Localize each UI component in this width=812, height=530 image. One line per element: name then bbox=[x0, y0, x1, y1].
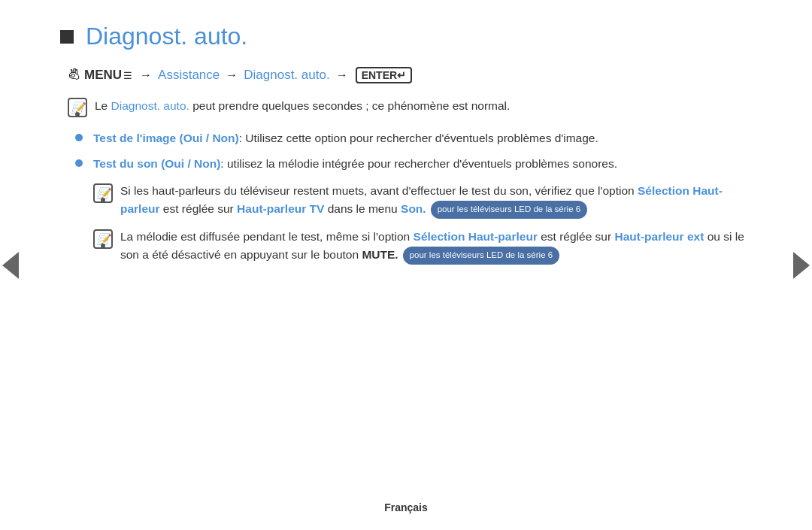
bullet-text-2: Test du son (Oui / Non): utilisez la mél… bbox=[93, 155, 617, 173]
sub-note2-bold3: MUTE. bbox=[362, 248, 398, 261]
arrow2: → bbox=[226, 68, 238, 82]
note1-link: Diagnost. auto. bbox=[111, 99, 189, 112]
bullet-link-2: Test du son (Oui / Non) bbox=[93, 157, 220, 170]
bullet-text-1-rest: : Utilisez cette option pour rechercher … bbox=[239, 132, 598, 144]
sub-note2-icon: 📝 bbox=[93, 229, 113, 249]
bullet-dot-2 bbox=[75, 159, 83, 167]
arrow3: → bbox=[336, 68, 348, 82]
note1-text: Le Diagnost. auto. peut prendre quelques… bbox=[95, 97, 510, 115]
sub-note2-text2: est réglée sur bbox=[538, 230, 615, 243]
arrow1: → bbox=[140, 68, 152, 82]
sub-note2-text: La mélodie est diffusée pendant le test,… bbox=[120, 228, 752, 265]
left-arrow-icon bbox=[2, 252, 19, 279]
sub-note1-text3: dans le menu bbox=[324, 202, 401, 215]
bullet-text-2-rest: : utilisez la mélodie intégrée pour rech… bbox=[220, 157, 617, 170]
sub-note2-badge: pour les téléviseurs LED de la série 6 bbox=[403, 247, 560, 265]
note1-row: 📝 Le Diagnost. auto. peut prendre quelqu… bbox=[68, 97, 752, 117]
menu-label: MENU bbox=[84, 68, 122, 83]
menu-finger-icon: 🖏 bbox=[68, 68, 81, 83]
bullet-link-1: Test de l'image (Oui / Non) bbox=[93, 132, 239, 144]
footer: Français bbox=[0, 501, 812, 513]
note1-icon: 📝 bbox=[68, 98, 87, 117]
note1-text1: Le bbox=[95, 99, 111, 112]
page-title: Diagnost. auto. bbox=[86, 23, 247, 50]
nav-arrow-left[interactable] bbox=[0, 247, 21, 284]
sub-note1-text2: est réglée sur bbox=[160, 202, 238, 215]
sub-note2-link1: Sélection Haut-parleur bbox=[414, 230, 538, 243]
sub-note1-link2: Haut-parleur TV bbox=[237, 202, 324, 215]
bullet-item-2: Test du son (Oui / Non): utilisez la mél… bbox=[75, 155, 752, 173]
page-container: Diagnost. auto. 🖏 MENU ☰ → Assistance → … bbox=[0, 0, 812, 530]
title-square-icon bbox=[60, 30, 74, 44]
enter-label: ENTER bbox=[362, 69, 397, 81]
sub-note1-text: Si les haut-parleurs du téléviseur reste… bbox=[120, 182, 752, 219]
footer-text: Français bbox=[384, 501, 428, 513]
menu-link-assistance: Assistance bbox=[158, 68, 220, 83]
menu-path-row: 🖏 MENU ☰ → Assistance → Diagnost. auto. … bbox=[68, 67, 752, 83]
sub-note-1-row: 📝 Si les haut-parleurs du téléviseur res… bbox=[93, 182, 752, 219]
sub-note1-text1: Si les haut-parleurs du téléviseur reste… bbox=[120, 184, 638, 197]
menu-link-diagnost: Diagnost. auto. bbox=[244, 68, 329, 83]
sub-note1-badge: pour les téléviseurs LED de la série 6 bbox=[431, 201, 588, 219]
title-row: Diagnost. auto. bbox=[60, 23, 752, 50]
sub-note2-text1: La mélodie est diffusée pendant le test,… bbox=[120, 230, 414, 243]
sub-note1-link3: Son. bbox=[401, 202, 426, 215]
right-arrow-icon bbox=[793, 252, 810, 279]
enter-icon: ENTER↵ bbox=[356, 67, 412, 83]
sub-note-2-row: 📝 La mélodie est diffusée pendant le tes… bbox=[93, 228, 752, 265]
bullet-list: Test de l'image (Oui / Non): Utilisez ce… bbox=[75, 129, 752, 173]
bullet-dot-1 bbox=[75, 134, 83, 141]
bullet-text-1: Test de l'image (Oui / Non): Utilisez ce… bbox=[93, 129, 598, 147]
sub-note1-icon: 📝 bbox=[93, 183, 113, 203]
sub-note2-link2: Haut-parleur ext bbox=[614, 230, 704, 243]
nav-arrow-right[interactable] bbox=[791, 247, 812, 284]
menu-grid-icon: ☰ bbox=[123, 70, 132, 81]
bullet-item-1: Test de l'image (Oui / Non): Utilisez ce… bbox=[75, 129, 752, 147]
note1-text2: peut prendre quelques secondes ; ce phén… bbox=[189, 99, 511, 112]
